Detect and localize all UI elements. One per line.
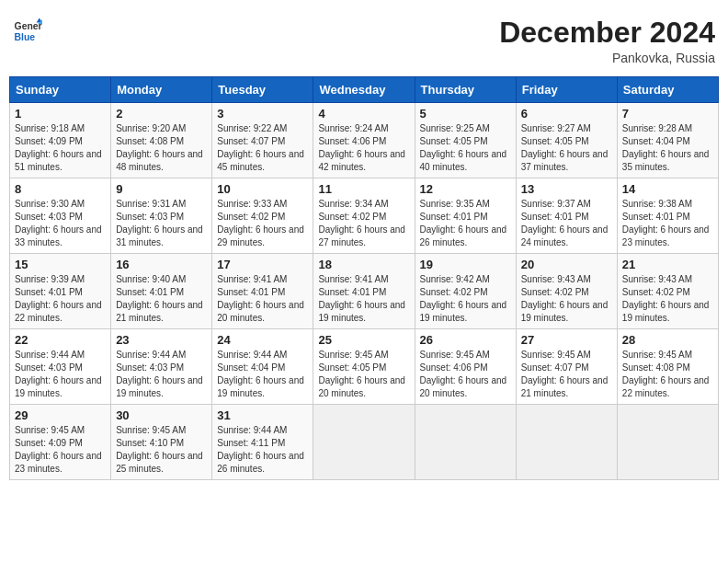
weekday-header-wednesday: Wednesday bbox=[313, 77, 415, 103]
day-number: 28 bbox=[622, 333, 713, 347]
day-number: 25 bbox=[318, 333, 409, 347]
calendar-cell: 29 Sunrise: 9:45 AMSunset: 4:09 PMDaylig… bbox=[10, 405, 111, 480]
day-number: 6 bbox=[521, 107, 612, 121]
day-number: 13 bbox=[521, 182, 612, 196]
weekday-header-tuesday: Tuesday bbox=[212, 77, 313, 103]
calendar-cell: 31 Sunrise: 9:44 AMSunset: 4:11 PMDaylig… bbox=[212, 405, 313, 480]
day-number: 30 bbox=[116, 408, 207, 422]
calendar-week-2: 8 Sunrise: 9:30 AMSunset: 4:03 PMDayligh… bbox=[10, 178, 719, 254]
day-detail: Sunrise: 9:27 AMSunset: 4:05 PMDaylight:… bbox=[521, 122, 612, 174]
day-number: 17 bbox=[217, 258, 308, 271]
day-number: 4 bbox=[318, 107, 409, 121]
day-detail: Sunrise: 9:22 AMSunset: 4:07 PMDaylight:… bbox=[217, 122, 308, 174]
calendar-cell: 7 Sunrise: 9:28 AMSunset: 4:04 PMDayligh… bbox=[617, 103, 718, 178]
calendar-cell: 14 Sunrise: 9:38 AMSunset: 4:01 PMDaylig… bbox=[617, 178, 718, 254]
calendar-cell: 13 Sunrise: 9:37 AMSunset: 4:01 PMDaylig… bbox=[516, 178, 617, 254]
day-number: 21 bbox=[622, 258, 713, 271]
day-detail: Sunrise: 9:44 AMSunset: 4:11 PMDaylight:… bbox=[217, 424, 308, 476]
day-number: 7 bbox=[622, 107, 713, 121]
day-number: 29 bbox=[15, 408, 106, 422]
day-detail: Sunrise: 9:41 AMSunset: 4:01 PMDaylight:… bbox=[318, 273, 409, 325]
day-number: 18 bbox=[318, 258, 409, 271]
day-detail: Sunrise: 9:45 AMSunset: 4:10 PMDaylight:… bbox=[116, 424, 207, 476]
day-number: 15 bbox=[15, 258, 106, 271]
day-number: 3 bbox=[217, 107, 308, 121]
day-number: 1 bbox=[15, 107, 106, 121]
day-detail: Sunrise: 9:45 AMSunset: 4:05 PMDaylight:… bbox=[318, 349, 409, 400]
day-number: 24 bbox=[217, 333, 308, 347]
day-detail: Sunrise: 9:45 AMSunset: 4:09 PMDaylight:… bbox=[15, 424, 106, 476]
calendar-cell bbox=[415, 405, 516, 480]
day-detail: Sunrise: 9:44 AMSunset: 4:03 PMDaylight:… bbox=[116, 349, 207, 400]
day-detail: Sunrise: 9:45 AMSunset: 4:06 PMDaylight:… bbox=[420, 349, 511, 400]
calendar-cell: 12 Sunrise: 9:35 AMSunset: 4:01 PMDaylig… bbox=[415, 178, 516, 254]
day-detail: Sunrise: 9:41 AMSunset: 4:01 PMDaylight:… bbox=[217, 273, 308, 325]
calendar-cell: 26 Sunrise: 9:45 AMSunset: 4:06 PMDaylig… bbox=[415, 329, 516, 405]
day-number: 22 bbox=[15, 333, 106, 347]
calendar-cell: 15 Sunrise: 9:39 AMSunset: 4:01 PMDaylig… bbox=[10, 254, 111, 329]
day-detail: Sunrise: 9:30 AMSunset: 4:03 PMDaylight:… bbox=[15, 198, 106, 249]
calendar-cell: 30 Sunrise: 9:45 AMSunset: 4:10 PMDaylig… bbox=[111, 405, 212, 480]
calendar-table: SundayMondayTuesdayWednesdayThursdayFrid… bbox=[9, 76, 719, 480]
calendar-cell: 3 Sunrise: 9:22 AMSunset: 4:07 PMDayligh… bbox=[212, 103, 313, 178]
day-detail: Sunrise: 9:44 AMSunset: 4:04 PMDaylight:… bbox=[217, 349, 308, 400]
weekday-header-row: SundayMondayTuesdayWednesdayThursdayFrid… bbox=[10, 77, 719, 103]
day-number: 14 bbox=[622, 182, 713, 196]
day-detail: Sunrise: 9:28 AMSunset: 4:04 PMDaylight:… bbox=[622, 122, 713, 174]
day-detail: Sunrise: 9:40 AMSunset: 4:01 PMDaylight:… bbox=[116, 273, 207, 325]
day-number: 11 bbox=[318, 182, 409, 196]
svg-text:Blue: Blue bbox=[15, 32, 36, 42]
day-number: 5 bbox=[420, 107, 511, 121]
calendar-cell: 22 Sunrise: 9:44 AMSunset: 4:03 PMDaylig… bbox=[10, 329, 111, 405]
calendar-cell bbox=[617, 405, 718, 480]
location: Pankovka, Russia bbox=[499, 51, 715, 65]
calendar-cell: 2 Sunrise: 9:20 AMSunset: 4:08 PMDayligh… bbox=[111, 103, 212, 178]
weekday-header-thursday: Thursday bbox=[415, 77, 516, 103]
calendar-cell: 10 Sunrise: 9:33 AMSunset: 4:02 PMDaylig… bbox=[212, 178, 313, 254]
day-number: 26 bbox=[420, 333, 511, 347]
calendar-cell: 23 Sunrise: 9:44 AMSunset: 4:03 PMDaylig… bbox=[111, 329, 212, 405]
day-detail: Sunrise: 9:45 AMSunset: 4:08 PMDaylight:… bbox=[622, 349, 713, 400]
page-header: General Blue December 2024 Pankovka, Rus… bbox=[9, 9, 719, 69]
day-number: 16 bbox=[116, 258, 207, 271]
calendar-cell bbox=[516, 405, 617, 480]
day-number: 20 bbox=[521, 258, 612, 271]
calendar-cell: 19 Sunrise: 9:42 AMSunset: 4:02 PMDaylig… bbox=[415, 254, 516, 329]
day-detail: Sunrise: 9:43 AMSunset: 4:02 PMDaylight:… bbox=[622, 273, 713, 325]
calendar-cell: 21 Sunrise: 9:43 AMSunset: 4:02 PMDaylig… bbox=[617, 254, 718, 329]
calendar-cell: 8 Sunrise: 9:30 AMSunset: 4:03 PMDayligh… bbox=[10, 178, 111, 254]
calendar-week-1: 1 Sunrise: 9:18 AMSunset: 4:09 PMDayligh… bbox=[10, 103, 719, 178]
day-detail: Sunrise: 9:20 AMSunset: 4:08 PMDaylight:… bbox=[116, 122, 207, 174]
day-detail: Sunrise: 9:18 AMSunset: 4:09 PMDaylight:… bbox=[15, 122, 106, 174]
calendar-cell: 16 Sunrise: 9:40 AMSunset: 4:01 PMDaylig… bbox=[111, 254, 212, 329]
calendar-cell: 6 Sunrise: 9:27 AMSunset: 4:05 PMDayligh… bbox=[516, 103, 617, 178]
month-title: December 2024 bbox=[499, 17, 715, 49]
calendar-week-4: 22 Sunrise: 9:44 AMSunset: 4:03 PMDaylig… bbox=[10, 329, 719, 405]
weekday-header-sunday: Sunday bbox=[10, 77, 111, 103]
calendar-week-3: 15 Sunrise: 9:39 AMSunset: 4:01 PMDaylig… bbox=[10, 254, 719, 329]
day-detail: Sunrise: 9:44 AMSunset: 4:03 PMDaylight:… bbox=[15, 349, 106, 400]
calendar-cell: 17 Sunrise: 9:41 AMSunset: 4:01 PMDaylig… bbox=[212, 254, 313, 329]
calendar-cell: 11 Sunrise: 9:34 AMSunset: 4:02 PMDaylig… bbox=[313, 178, 415, 254]
title-area: December 2024 Pankovka, Russia bbox=[499, 17, 715, 65]
calendar-cell: 4 Sunrise: 9:24 AMSunset: 4:06 PMDayligh… bbox=[313, 103, 415, 178]
day-number: 9 bbox=[116, 182, 207, 196]
day-detail: Sunrise: 9:33 AMSunset: 4:02 PMDaylight:… bbox=[217, 198, 308, 249]
calendar-cell bbox=[313, 405, 415, 480]
day-number: 12 bbox=[420, 182, 511, 196]
day-number: 8 bbox=[15, 182, 106, 196]
day-number: 23 bbox=[116, 333, 207, 347]
calendar-week-5: 29 Sunrise: 9:45 AMSunset: 4:09 PMDaylig… bbox=[10, 405, 719, 480]
day-detail: Sunrise: 9:43 AMSunset: 4:02 PMDaylight:… bbox=[521, 273, 612, 325]
weekday-header-monday: Monday bbox=[111, 77, 212, 103]
calendar-cell: 24 Sunrise: 9:44 AMSunset: 4:04 PMDaylig… bbox=[212, 329, 313, 405]
day-detail: Sunrise: 9:37 AMSunset: 4:01 PMDaylight:… bbox=[521, 198, 612, 249]
calendar-cell: 1 Sunrise: 9:18 AMSunset: 4:09 PMDayligh… bbox=[10, 103, 111, 178]
day-number: 19 bbox=[420, 258, 511, 271]
calendar-cell: 27 Sunrise: 9:45 AMSunset: 4:07 PMDaylig… bbox=[516, 329, 617, 405]
logo: General Blue bbox=[13, 17, 42, 46]
day-number: 10 bbox=[217, 182, 308, 196]
day-detail: Sunrise: 9:38 AMSunset: 4:01 PMDaylight:… bbox=[622, 198, 713, 249]
calendar-cell: 28 Sunrise: 9:45 AMSunset: 4:08 PMDaylig… bbox=[617, 329, 718, 405]
calendar-cell: 20 Sunrise: 9:43 AMSunset: 4:02 PMDaylig… bbox=[516, 254, 617, 329]
